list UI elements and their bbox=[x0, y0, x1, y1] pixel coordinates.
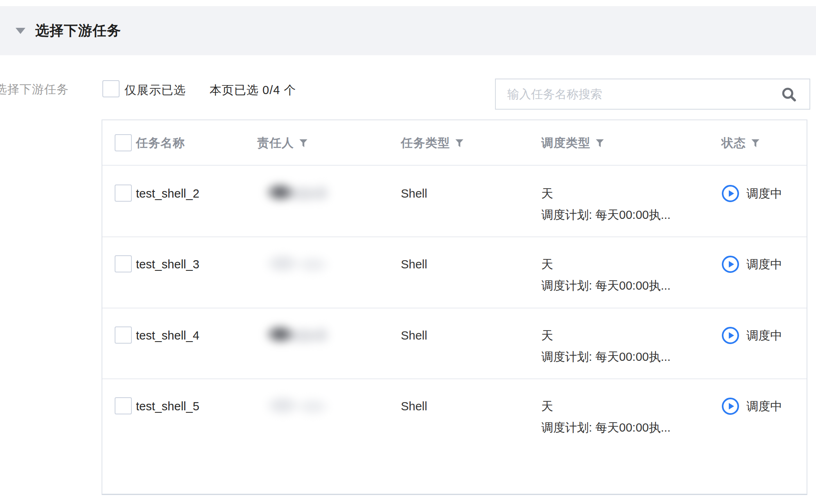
status-badge: 调度中 bbox=[746, 254, 782, 274]
play-circle-icon bbox=[721, 397, 739, 415]
status-cell: 调度中 bbox=[721, 254, 782, 274]
select-all-checkbox[interactable] bbox=[115, 134, 132, 151]
collapse-triangle-icon[interactable] bbox=[16, 28, 25, 34]
play-circle-icon bbox=[721, 255, 739, 273]
row-checkbox[interactable] bbox=[115, 184, 132, 202]
task-search-box bbox=[495, 79, 810, 110]
owner-redacted-blur bbox=[264, 252, 332, 275]
column-header-owner: 责任人 bbox=[257, 120, 308, 166]
column-header-status: 状态 bbox=[721, 120, 760, 166]
schedule-plan: 调度计划: 每天00:00执... bbox=[541, 418, 671, 437]
table-row: test_shell_4 Shell 天 调度计划: 每天00:00执... 调… bbox=[102, 308, 807, 379]
schedule-type: 天 bbox=[541, 258, 553, 271]
column-header-task-name: 任务名称 bbox=[136, 120, 185, 166]
table-row: test_shell_2 Shell 天 调度计划: 每天00:00执... 调… bbox=[102, 166, 807, 237]
row-checkbox[interactable] bbox=[115, 397, 132, 414]
status-badge: 调度中 bbox=[746, 184, 782, 203]
schedule-type: 天 bbox=[541, 400, 553, 413]
owner-redacted-blur bbox=[264, 394, 332, 417]
section-header: 选择下游任务 bbox=[0, 6, 816, 55]
schedule-cell: 天 调度计划: 每天00:00执... bbox=[541, 396, 671, 437]
play-circle-icon bbox=[721, 326, 739, 344]
task-type-filter-funnel-icon[interactable] bbox=[455, 138, 464, 148]
owner-redacted-blur bbox=[264, 323, 332, 346]
status-cell: 调度中 bbox=[721, 326, 782, 345]
task-type: Shell bbox=[401, 184, 427, 203]
only-show-selected-checkbox[interactable] bbox=[102, 80, 120, 97]
status-filter-funnel-icon[interactable] bbox=[751, 138, 760, 148]
status-cell: 调度中 bbox=[721, 184, 782, 203]
task-name: test_shell_2 bbox=[136, 184, 199, 203]
task-name: test_shell_3 bbox=[136, 254, 199, 274]
column-header-schedule-type: 调度类型 bbox=[541, 120, 604, 166]
downstream-task-table: 任务名称 责任人 任务类型 调度类型 状态 bbox=[102, 119, 807, 495]
status-badge: 调度中 bbox=[746, 326, 782, 345]
schedule-plan: 调度计划: 每天00:00执... bbox=[541, 347, 671, 367]
section-title: 选择下游任务 bbox=[35, 21, 121, 40]
search-icon[interactable] bbox=[781, 86, 797, 103]
task-name: test_shell_5 bbox=[136, 396, 199, 416]
task-selection-panel: 选择下游任务 选择下游任务 仅展示已选 本页已选 0/4 个 任务名称 责任人 bbox=[0, 0, 816, 504]
schedule-cell: 天 调度计划: 每天00:00执... bbox=[541, 184, 671, 225]
table-header-row: 任务名称 责任人 任务类型 调度类型 状态 bbox=[102, 120, 807, 166]
row-checkbox[interactable] bbox=[115, 255, 132, 272]
schedule-plan: 调度计划: 每天00:00执... bbox=[541, 276, 671, 295]
schedule-type-filter-funnel-icon[interactable] bbox=[595, 138, 604, 148]
task-type: Shell bbox=[401, 326, 427, 345]
task-type: Shell bbox=[401, 254, 427, 274]
task-type: Shell bbox=[401, 396, 427, 416]
schedule-cell: 天 调度计划: 每天00:00执... bbox=[541, 254, 671, 295]
task-search-input[interactable] bbox=[496, 79, 809, 109]
owner-redacted-blur bbox=[264, 181, 332, 204]
row-checkbox[interactable] bbox=[115, 326, 132, 344]
only-show-selected-label: 仅展示已选 bbox=[124, 82, 186, 99]
schedule-type: 天 bbox=[541, 187, 553, 200]
column-header-task-type: 任务类型 bbox=[401, 120, 464, 166]
task-name: test_shell_4 bbox=[136, 326, 199, 345]
status-cell: 调度中 bbox=[721, 396, 782, 416]
schedule-plan: 调度计划: 每天00:00执... bbox=[541, 205, 671, 225]
schedule-type: 天 bbox=[541, 329, 553, 342]
play-circle-icon bbox=[721, 184, 739, 202]
selected-count-text: 本页已选 0/4 个 bbox=[210, 82, 296, 99]
owner-filter-funnel-icon[interactable] bbox=[299, 138, 308, 148]
status-badge: 调度中 bbox=[746, 396, 782, 416]
field-label-downstream-tasks: 选择下游任务 bbox=[0, 81, 69, 98]
table-row: test_shell_3 Shell 天 调度计划: 每天00:00执... 调… bbox=[102, 237, 807, 308]
table-row: test_shell_5 Shell 天 调度计划: 每天00:00执... 调… bbox=[102, 379, 807, 495]
schedule-cell: 天 调度计划: 每天00:00执... bbox=[541, 326, 671, 367]
